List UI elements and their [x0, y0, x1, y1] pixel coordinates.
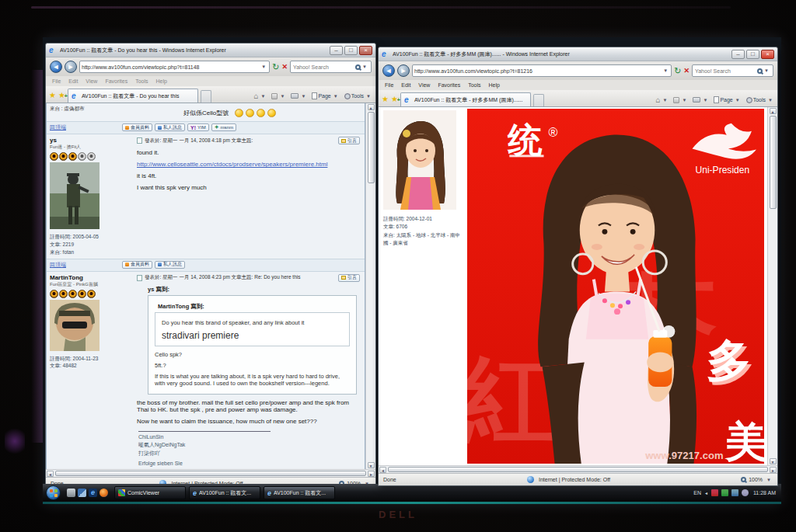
network-icon[interactable]: [731, 489, 738, 496]
right-active-tab[interactable]: e AV100Fun :: 觀看文章 - 好多多MM (圖庫)......: [400, 92, 531, 106]
scroll-right-icon[interactable]: ►: [368, 471, 375, 477]
feeds-button[interactable]: ▼: [271, 93, 286, 99]
scroll-down-icon[interactable]: ▼: [770, 458, 777, 464]
scrollbar-thumb[interactable]: [388, 467, 768, 472]
msnm-button[interactable]: ✦msnm: [211, 123, 236, 131]
tray-icon[interactable]: [711, 489, 718, 496]
scroll-right-icon[interactable]: ►: [770, 467, 777, 473]
volume-icon[interactable]: [742, 489, 749, 496]
print-button[interactable]: ▼: [291, 93, 307, 99]
menu-view[interactable]: View: [418, 82, 430, 88]
quote-button[interactable]: 引言: [338, 274, 360, 282]
back-button[interactable]: ◄: [382, 64, 395, 77]
forward-button[interactable]: ►: [65, 61, 77, 73]
menu-tools[interactable]: Tools: [135, 78, 148, 84]
address-input[interactable]: [414, 68, 662, 74]
page-menu-button[interactable]: Page▼: [312, 92, 339, 99]
close-button[interactable]: ×: [359, 46, 372, 55]
username[interactable]: MartinTong: [50, 274, 129, 281]
menu-edit[interactable]: Edit: [401, 82, 410, 88]
left-titlebar[interactable]: e AV100Fun :: 觀看文章 - Do you hear this - …: [46, 43, 375, 57]
language-indicator[interactable]: EN: [693, 490, 701, 495]
menu-tools[interactable]: Tools: [468, 82, 480, 88]
menu-favorites[interactable]: Favorites: [105, 78, 127, 84]
menu-favorites[interactable]: Favorites: [438, 82, 460, 88]
speaker-link[interactable]: http://www.celloseattle.com/ctdocs/prods…: [137, 161, 327, 168]
show-desktop-icon[interactable]: [67, 489, 75, 497]
search-input[interactable]: [293, 64, 355, 70]
tray-icon[interactable]: [721, 489, 728, 496]
minimize-button[interactable]: –: [731, 50, 745, 59]
favorites-icon[interactable]: ★: [49, 89, 56, 103]
pm-button[interactable]: 私人訊息: [155, 123, 185, 131]
profile-button[interactable]: 會員資料: [122, 261, 152, 269]
back-button[interactable]: ◄: [50, 61, 62, 73]
scroll-left-icon[interactable]: ◄: [379, 467, 386, 473]
menu-view[interactable]: View: [86, 78, 97, 84]
username[interactable]: ys: [50, 137, 129, 144]
address-dropdown-icon[interactable]: ▼: [662, 68, 669, 73]
refresh-icon[interactable]: ↻: [272, 63, 279, 71]
stop-icon[interactable]: ✕: [683, 67, 690, 75]
address-field[interactable]: ▼: [412, 64, 672, 77]
feeds-button[interactable]: ▼: [673, 97, 688, 103]
back-to-top-link[interactable]: 回頂端: [50, 123, 66, 131]
maximize-button[interactable]: □: [344, 46, 358, 55]
media-player-icon[interactable]: [100, 489, 108, 497]
refresh-icon[interactable]: ↻: [674, 67, 681, 75]
menu-file[interactable]: File: [52, 78, 61, 84]
new-tab-stub[interactable]: [201, 90, 211, 103]
home-button[interactable]: ⌂▼: [253, 92, 267, 100]
print-button[interactable]: ▼: [693, 97, 709, 103]
page-menu-button[interactable]: Page▼: [714, 96, 741, 103]
scrollbar-thumb[interactable]: [55, 471, 366, 476]
search-input[interactable]: [695, 68, 757, 74]
search-dropdown-icon[interactable]: ▼: [361, 64, 368, 69]
start-button[interactable]: [46, 485, 61, 500]
add-favorite-icon[interactable]: ★: [58, 89, 65, 103]
taskbar-button-av100fun-2[interactable]: e AV100Fun :: 觀看文...: [264, 486, 335, 499]
home-button[interactable]: ⌂▼: [655, 96, 669, 104]
close-button[interactable]: ×: [761, 50, 774, 59]
add-favorite-icon[interactable]: ★: [391, 92, 398, 106]
address-input[interactable]: [82, 64, 260, 70]
switch-windows-icon[interactable]: [78, 489, 86, 497]
quote-button[interactable]: 引言: [338, 137, 360, 144]
scrollbar-thumb[interactable]: [368, 112, 375, 183]
menu-edit[interactable]: Edit: [68, 78, 78, 84]
right-horizontal-scrollbar[interactable]: ◄ ►: [379, 465, 777, 473]
search-box[interactable]: ▼: [290, 61, 372, 73]
new-tab-stub[interactable]: [533, 94, 544, 106]
zoom-control[interactable]: 100% ▼: [741, 477, 773, 482]
menu-help[interactable]: Help: [156, 78, 167, 84]
back-to-top-link[interactable]: 回頂端: [50, 261, 66, 269]
address-field[interactable]: ▼: [79, 61, 270, 73]
scroll-left-icon[interactable]: ◄: [47, 471, 54, 477]
right-vertical-scrollbar[interactable]: ▲ ▼: [767, 107, 777, 465]
profile-button[interactable]: 會員資料: [122, 123, 152, 131]
menu-file[interactable]: File: [385, 82, 393, 88]
ie-quicklaunch-icon[interactable]: e: [89, 489, 97, 497]
search-dropdown-icon[interactable]: ▼: [763, 68, 770, 73]
search-icon[interactable]: [355, 64, 361, 70]
taskbar-clock[interactable]: 11:28 AM: [753, 490, 776, 495]
scroll-down-icon[interactable]: ▼: [368, 462, 375, 468]
taskbar-button-comicviewer[interactable]: ComicViewer: [114, 486, 186, 499]
left-active-tab[interactable]: e AV100Fun :: 觀看文章 - Do you hear this: [68, 89, 198, 103]
stop-icon[interactable]: ✕: [281, 63, 288, 71]
tools-menu-button[interactable]: Tools▼: [344, 93, 372, 99]
left-vertical-scrollbar[interactable]: ▲ ▼: [365, 103, 375, 469]
search-icon[interactable]: [757, 68, 763, 74]
maximize-button[interactable]: □: [746, 50, 759, 59]
minimize-button[interactable]: –: [330, 46, 343, 55]
scroll-up-icon[interactable]: ▲: [770, 108, 777, 114]
right-titlebar[interactable]: e AV100Fun :: 觀看文章 - 好多多MM (圖庫)...... - …: [379, 47, 777, 61]
address-dropdown-icon[interactable]: ▼: [260, 64, 267, 69]
taskbar-button-av100fun-1[interactable]: e AV100Fun :: 觀看文...: [189, 486, 260, 499]
scrollbar-thumb[interactable]: [770, 116, 777, 209]
tools-menu-button[interactable]: Tools▼: [746, 97, 774, 103]
left-horizontal-scrollbar[interactable]: ◄ ►: [46, 469, 375, 477]
search-box[interactable]: ▼: [692, 64, 773, 77]
favorites-icon[interactable]: ★: [382, 92, 389, 106]
yim-button[interactable]: Y!YIM: [187, 123, 209, 131]
